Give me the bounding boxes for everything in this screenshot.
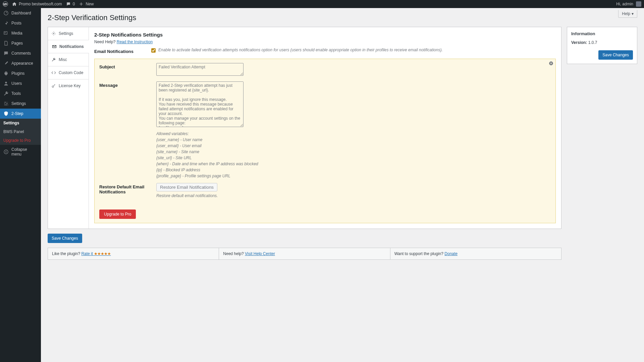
sidebar-label-dashboard: Dashboard — [11, 11, 31, 15]
upgrade-to-pro-button[interactable]: Upgrade to Pro — [99, 209, 136, 219]
sidebar-label-2step: 2-Step — [11, 111, 23, 116]
sidebar-item-posts[interactable]: Posts — [0, 18, 41, 28]
main-content: Help ▾ 2-Step Verification Settings Sett… — [41, 8, 644, 266]
plus-icon — [79, 2, 84, 6]
sidebar-item-tools[interactable]: Tools — [0, 88, 41, 99]
restore-label: Restore Default Email Notifications — [99, 183, 150, 194]
subject-textarea[interactable]: Failed Verification Attempt — [156, 63, 244, 76]
message-label: Message — [99, 81, 150, 88]
tab-label-license: License Key — [59, 83, 80, 88]
sidebar-label-pages: Pages — [11, 41, 23, 46]
collapse-label: Collapse menu — [11, 147, 38, 157]
submenu-settings[interactable]: Settings — [0, 119, 41, 127]
footer-support-text: Want to support the plugin? — [394, 251, 443, 256]
new-link[interactable]: New — [79, 2, 94, 6]
read-instruction-link[interactable]: Read the Instruction — [117, 40, 153, 44]
footer-donate: Want to support the plugin? Donate — [390, 248, 561, 259]
rate-link[interactable]: Rate it ★★★★★ — [81, 251, 111, 256]
email-notifications-checkbox[interactable] — [151, 48, 156, 53]
message-textarea[interactable]: Failed 2-Step verification attempt has j… — [156, 81, 244, 127]
save-changes-button[interactable]: Save Changes — [48, 234, 82, 243]
greeting[interactable]: Hi, admin — [616, 2, 633, 6]
settings-panel: Settings Notifications Misc Custom Code … — [48, 27, 561, 229]
comment-icon — [3, 51, 9, 56]
visit-help-link[interactable]: Visit Help Center — [245, 251, 275, 256]
svg-point-5 — [4, 150, 8, 154]
sidebar-item-plugins[interactable]: Plugins — [0, 68, 41, 78]
footer-rate: Like the plugin? Rate it ★★★★★ — [48, 248, 219, 259]
tab-label-custom-code: Custom Code — [59, 70, 83, 75]
var-ip: {ip} - Blocked IP address — [156, 168, 551, 172]
pro-feature-box: Subject Failed Verification Attempt Mess… — [94, 59, 556, 223]
tabs-column: Settings Notifications Misc Custom Code … — [48, 27, 89, 229]
wp-logo[interactable] — [3, 1, 8, 7]
rate-label: Rate it — [81, 251, 93, 256]
sidebar-item-pages[interactable]: Pages — [0, 38, 41, 48]
vars-heading: Allowed variables: — [156, 131, 551, 136]
sidebar-label-media: Media — [11, 31, 22, 36]
var-site-url: {site_url} - Site URL — [156, 156, 551, 160]
var-profile-page: {profile_page} - Profile settings page U… — [156, 174, 551, 178]
user-icon — [3, 81, 9, 86]
plugin-icon — [3, 71, 9, 76]
sidebar-label-plugins: Plugins — [11, 71, 24, 76]
site-name: Promo bestwebsoft.com — [19, 2, 62, 6]
sidebar-label-comments: Comments — [11, 51, 31, 56]
version-line: Version: 1.0.7 — [571, 40, 633, 45]
submenu-upgrade[interactable]: Upgrade to Pro — [0, 136, 41, 145]
tab-license[interactable]: License Key — [48, 79, 89, 92]
tab-label-notifications: Notifications — [59, 44, 84, 49]
tab-misc[interactable]: Misc — [48, 53, 89, 66]
donate-link[interactable]: Donate — [444, 251, 458, 256]
restore-hint: Restore default email notifications. — [156, 193, 551, 198]
sidebar-item-dashboard[interactable]: Dashboard — [0, 8, 41, 18]
footer-help: Need help? Visit Help Center — [219, 248, 390, 259]
admin-bar: Promo bestwebsoft.com 0 New Hi, admin — [0, 0, 644, 8]
tab-custom-code[interactable]: Custom Code — [48, 66, 89, 79]
wrench-icon — [51, 57, 56, 62]
email-notifications-hint: Enable to activate failed verification a… — [158, 48, 443, 52]
svg-rect-2 — [4, 32, 7, 34]
need-help-text: Need Help? — [94, 40, 115, 44]
new-label: New — [86, 2, 94, 6]
brush-icon — [3, 61, 9, 66]
help-button[interactable]: Help ▾ — [618, 10, 637, 18]
sidebar-label-appearance: Appearance — [11, 61, 33, 66]
avatar[interactable] — [636, 1, 641, 7]
site-link[interactable]: Promo bestwebsoft.com — [12, 2, 62, 6]
section-heading: 2-Step Notifications Settings — [94, 32, 556, 38]
sidebar-item-comments[interactable]: Comments — [0, 48, 41, 58]
pin-icon — [3, 20, 9, 26]
svg-point-8 — [52, 86, 54, 87]
page-icon — [3, 41, 9, 46]
var-user-email: {user_email} - User email — [156, 143, 551, 148]
tab-label-misc: Misc — [59, 57, 67, 62]
collapse-menu[interactable]: Collapse menu — [0, 145, 41, 159]
footer-need-help-text: Need help? — [223, 251, 244, 256]
sidebar-item-appearance[interactable]: Appearance — [0, 58, 41, 68]
restore-button[interactable]: Restore Email Notifications — [156, 183, 217, 191]
wrench-icon — [3, 91, 9, 96]
tab-content: 2-Step Notifications Settings Need Help?… — [89, 27, 561, 229]
sidebar-item-settings[interactable]: Settings — [0, 99, 41, 109]
sidebar-submenu: Settings BWS Panel Upgrade to Pro — [0, 119, 41, 145]
footer-like-text: Like the plugin? — [52, 251, 80, 256]
tab-settings[interactable]: Settings — [48, 27, 89, 40]
stars-icon: ★★★★★ — [94, 251, 111, 256]
info-save-button[interactable]: Save Changes — [598, 50, 633, 60]
allowed-variables: Allowed variables: {user_name} - User na… — [156, 131, 551, 178]
sidebar-item-2step[interactable]: 2-Step — [0, 109, 41, 119]
submenu-bws-panel[interactable]: BWS Panel — [0, 127, 41, 136]
tab-notifications[interactable]: Notifications — [48, 40, 89, 53]
sidebar-label-tools: Tools — [11, 91, 21, 96]
version-label: Version: — [571, 40, 587, 45]
sidebar-item-users[interactable]: Users — [0, 78, 41, 88]
sidebar-item-media[interactable]: Media — [0, 28, 41, 38]
close-icon[interactable] — [549, 61, 553, 66]
comments-count: 0 — [73, 2, 75, 6]
comments-link[interactable]: 0 — [66, 2, 75, 6]
sidebar-label-settings: Settings — [11, 101, 26, 106]
svg-point-4 — [5, 82, 7, 83]
home-icon — [12, 2, 17, 6]
var-when: {when} - Date and time when the IP addre… — [156, 162, 551, 166]
